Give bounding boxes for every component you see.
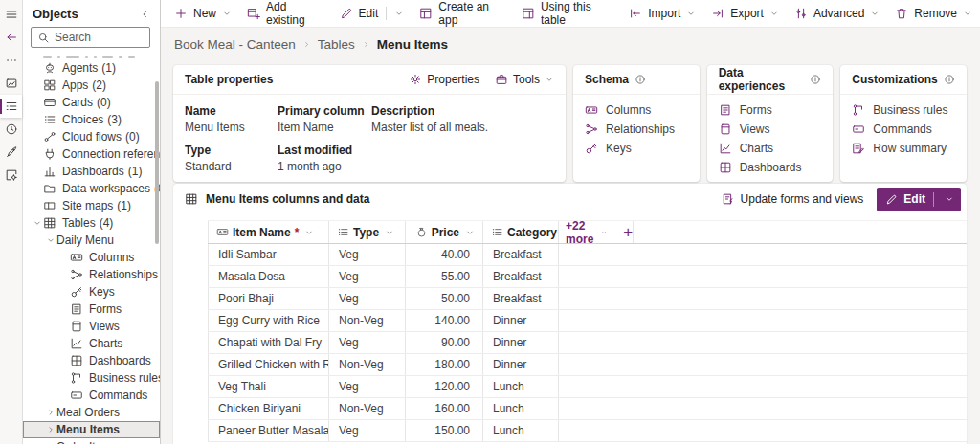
sidebar-item-site-maps[interactable]: Site maps(1) (23, 197, 160, 214)
tools-button[interactable]: Tools (495, 73, 554, 86)
table-row[interactable]: Poori BhajiVeg50.00Breakfast (208, 288, 967, 310)
more-columns-button[interactable]: +22 more (566, 219, 607, 246)
table-grid-icon (185, 192, 198, 206)
sidebar-item-daily-menu[interactable]: Daily Menu (23, 232, 160, 249)
sidebar-scrollbar[interactable] (155, 81, 159, 244)
sidebar-item-commands[interactable]: Commands (23, 387, 160, 404)
toolbar-label: Export (730, 7, 764, 20)
rail-solution-settings-button[interactable] (0, 164, 22, 187)
breadcrumb-book-meal-canteen[interactable]: Book Meal - Canteen (174, 37, 296, 52)
table-row[interactable]: Paneer Butter Masala with RotiVeg150.00L… (208, 420, 967, 442)
sidebar-item-agents[interactable]: Agents(1) (23, 59, 160, 77)
sidebar-item-cards[interactable]: Cards(0) (23, 94, 160, 111)
link-relationships[interactable]: Relationships (585, 120, 688, 139)
sidebar-item-cloud-flows[interactable]: Cloud flows(0) (23, 128, 160, 145)
sidebar-item-data-workspaces[interactable]: Data workspaces(0) (23, 180, 160, 197)
table-row[interactable]: Grilled Chicken with RiceNon-Veg180.00Di… (208, 354, 967, 376)
chevron-down-icon[interactable] (385, 228, 394, 237)
rail-back-button[interactable] (0, 26, 22, 49)
chevron-down-icon (31, 218, 43, 228)
column-header-type[interactable]: Type (329, 221, 406, 243)
collapse-panel-button[interactable] (139, 9, 150, 20)
toolbar-edit-button[interactable]: Edit (332, 0, 412, 27)
toolbar-import-button[interactable]: Import (621, 0, 703, 27)
table-row[interactable]: Idli SambarVeg40.00Breakfast (208, 244, 967, 266)
chevron-down-icon (44, 235, 56, 245)
table-row[interactable]: Chicken BiriyaniNon-Veg160.00Lunch (208, 398, 967, 420)
edit-data-button[interactable]: Edit (877, 188, 961, 211)
link-charts[interactable]: Charts (719, 139, 822, 158)
toolbar-new-button[interactable]: New (167, 0, 239, 27)
cell-type: Veg (329, 244, 406, 265)
toolbar-export-button[interactable]: Export (703, 0, 787, 27)
link-columns[interactable]: Columns (585, 100, 688, 120)
link-views[interactable]: Views (719, 120, 822, 139)
toolbar-label: Remove (914, 7, 957, 20)
cell-price: 180.00 (406, 354, 483, 375)
item-count: (3) (107, 113, 122, 126)
link-forms[interactable]: Forms (719, 100, 822, 120)
toolbar-create-an-app-button[interactable]: Create an app (412, 0, 514, 27)
sidebar-item-business-rules[interactable]: Business rules (23, 369, 160, 387)
link-row-summary[interactable]: Row summary (852, 139, 955, 158)
sidebar-item-apps[interactable]: Apps(2) (23, 77, 160, 94)
chevron-down-icon[interactable] (465, 228, 475, 237)
table-row[interactable]: Veg ThaliVeg120.00Lunch (208, 376, 967, 398)
toolbar-using-this-table-button[interactable]: Using this table (514, 0, 621, 27)
sidebar-item-charts[interactable]: Charts (23, 335, 160, 352)
item-label: Dashboards (62, 165, 124, 178)
search-box[interactable] (31, 27, 150, 48)
table-row[interactable]: Masala DosaVeg55.00Breakfast (208, 266, 967, 288)
sidebar-item-choices[interactable]: Choices(3) (23, 111, 160, 128)
cell-type: Non-Veg (329, 398, 406, 419)
rail-objects-button[interactable] (0, 95, 22, 118)
column-header-price[interactable]: Price (406, 221, 483, 243)
chevron-down-icon[interactable] (304, 228, 314, 237)
chevron-right-icon (44, 425, 56, 434)
table-row[interactable]: Egg Curry with RiceNon-Veg140.00Dinner (208, 310, 967, 332)
search-input[interactable] (55, 31, 144, 44)
sidebar-item-relationships[interactable]: Relationships (23, 266, 160, 283)
sidebar-item-dashboards[interactable]: Dashboards (23, 352, 160, 369)
sidebar-item-meal-orders[interactable]: Meal Orders (23, 404, 160, 421)
sidebar-item-views[interactable]: Views (23, 318, 160, 335)
sidebar-item-columns[interactable]: Columns (23, 249, 160, 266)
sidebar-item-connection-references[interactable]: Connection references(1) (23, 145, 160, 163)
toolbar-add-existing-button[interactable]: Add existing (239, 0, 332, 27)
update-forms-views-button[interactable]: Update forms and views (722, 192, 864, 206)
media-icon (5, 77, 18, 90)
sidebar-item-order-items[interactable]: Order Items (23, 438, 160, 444)
dashboards-icon (43, 165, 56, 178)
sidebar-item-keys[interactable]: Keys (23, 283, 160, 300)
link-keys[interactable]: Keys (585, 139, 688, 158)
link-dashboards[interactable]: Dashboards (719, 158, 822, 177)
sidebar-item-tables[interactable]: Tables(4) (23, 214, 160, 232)
rail-history-button[interactable] (0, 118, 22, 141)
rail-media-button[interactable] (0, 72, 22, 95)
edit-split-chevron[interactable] (940, 194, 959, 204)
item-label: Dashboards (89, 354, 151, 367)
cell-item-name: Egg Curry with Rice (208, 310, 329, 331)
properties-button[interactable]: Properties (409, 73, 479, 86)
link-business-rules[interactable]: Business rules (852, 100, 955, 120)
column-header-category[interactable]: Category* (483, 221, 559, 243)
rail-pipelines-button[interactable] (0, 141, 22, 164)
column-header-item-name[interactable]: Item Name* (208, 221, 329, 243)
sidebar-item-menu-items[interactable]: Menu Items (23, 421, 160, 438)
rail-menu-button[interactable] (0, 3, 22, 26)
item-label: Forms (89, 302, 122, 316)
rail-more-button[interactable] (0, 49, 22, 72)
chevron-down-icon[interactable] (394, 9, 404, 18)
toolbar-advanced-button[interactable]: Advanced (787, 0, 887, 27)
breadcrumb-tables[interactable]: Tables (318, 37, 355, 52)
addexist-icon (247, 7, 260, 20)
key-icon (585, 142, 598, 155)
table-row[interactable]: Chapati with Dal FryVeg90.00Dinner (208, 332, 967, 354)
add-column-button[interactable]: + (620, 224, 635, 240)
partial-scrolled-item (43, 50, 150, 58)
link-commands[interactable]: Commands (852, 120, 955, 139)
sidebar-item-forms[interactable]: Forms (23, 300, 160, 318)
button-divider (933, 192, 934, 207)
toolbar-remove-button[interactable]: Remove (887, 0, 980, 27)
sidebar-item-dashboards[interactable]: Dashboards(1) (23, 163, 160, 180)
